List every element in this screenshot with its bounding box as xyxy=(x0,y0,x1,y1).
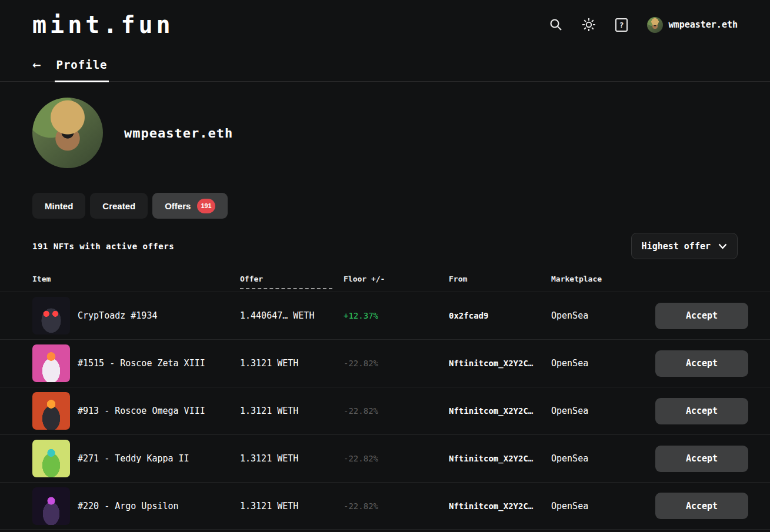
table-header: Item Offer Floor +/- From Marketplace xyxy=(0,259,770,292)
tab-offers[interactable]: Offers 191 xyxy=(152,193,228,219)
page-nav: ← Profile xyxy=(0,38,770,82)
offers-summary: 191 NFTs with active offers xyxy=(32,242,174,251)
floor-delta: -22.82% xyxy=(344,501,449,511)
item-link[interactable]: #913 - Roscoe Omega VIII xyxy=(32,392,240,430)
tab-offers-label: Offers xyxy=(165,201,191,211)
accept-button[interactable]: Accept xyxy=(655,493,748,519)
account-name: wmpeaster.eth xyxy=(669,19,738,30)
offer-value: 1.3121 WETH xyxy=(240,453,344,464)
col-header-from: From xyxy=(449,275,551,283)
avatar xyxy=(647,17,663,33)
summary-row: 191 NFTs with active offers Highest offe… xyxy=(0,219,770,259)
floor-delta: -22.82% xyxy=(344,454,449,463)
offers-table: CrypToadz #1934 1.440647… WETH +12.37% 0… xyxy=(0,292,770,530)
sort-dropdown[interactable]: Highest offer xyxy=(631,233,738,259)
table-row: #271 - Teddy Kappa II 1.3121 WETH -22.82… xyxy=(0,434,770,482)
offer-from: 0x2fcad9 xyxy=(449,311,551,320)
offer-from: Nftinitcom_X2Y2C… xyxy=(449,454,551,463)
nft-thumbnail xyxy=(32,440,70,477)
tab-created-label: Created xyxy=(102,201,135,211)
mintfun-logo[interactable]: mint.fun xyxy=(32,12,174,38)
offer-value: 1.3121 WETH xyxy=(240,501,344,511)
accept-button[interactable]: Accept xyxy=(655,398,748,424)
floor-delta: -22.82% xyxy=(344,359,449,368)
floor-delta: -22.82% xyxy=(344,406,449,416)
chevron-down-icon xyxy=(718,243,727,249)
marketplace: OpenSea xyxy=(551,453,655,464)
back-button[interactable]: ← xyxy=(32,58,41,81)
offer-from: Nftinitcom_X2Y2C… xyxy=(449,359,551,368)
offer-from: Nftinitcom_X2Y2C… xyxy=(449,501,551,511)
accept-button[interactable]: Accept xyxy=(655,303,748,329)
item-name: #913 - Roscoe Omega VIII xyxy=(78,406,205,416)
table-row: #913 - Roscoe Omega VIII 1.3121 WETH -22… xyxy=(0,387,770,434)
item-name: #220 - Argo Upsilon xyxy=(78,501,179,511)
offer-value: 1.440647… WETH xyxy=(240,310,344,321)
table-row: #1515 - Roscoe Zeta XIII 1.3121 WETH -22… xyxy=(0,339,770,387)
offer-from: Nftinitcom_X2Y2C… xyxy=(449,406,551,416)
table-row: #220 - Argo Upsilon 1.3121 WETH -22.82% … xyxy=(0,482,770,530)
profile-section: wmpeaster.eth xyxy=(0,82,770,168)
tab-created[interactable]: Created xyxy=(90,193,148,219)
offers-count-badge: 191 xyxy=(197,199,215,213)
item-name: CrypToadz #1934 xyxy=(78,310,157,321)
item-link[interactable]: #220 - Argo Upsilon xyxy=(32,487,240,525)
account-menu[interactable]: wmpeaster.eth xyxy=(647,17,738,33)
top-bar: mint.fun ? wmpea xyxy=(0,0,770,38)
theme-sun-icon[interactable] xyxy=(581,17,596,32)
page-title: Profile xyxy=(55,58,108,82)
col-header-item: Item xyxy=(32,275,240,283)
col-header-marketplace: Marketplace xyxy=(551,275,655,283)
accept-button[interactable]: Accept xyxy=(655,350,748,377)
help-icon[interactable]: ? xyxy=(614,17,629,32)
help-glyph: ? xyxy=(615,18,628,32)
tab-minted-label: Minted xyxy=(45,201,73,211)
marketplace: OpenSea xyxy=(551,310,655,321)
nft-thumbnail xyxy=(32,297,70,334)
item-link[interactable]: #1515 - Roscoe Zeta XIII xyxy=(32,344,240,382)
accept-button[interactable]: Accept xyxy=(655,446,748,472)
profile-tabs: Minted Created Offers 191 xyxy=(0,168,770,219)
tab-minted[interactable]: Minted xyxy=(32,193,85,219)
marketplace: OpenSea xyxy=(551,501,655,511)
offer-value: 1.3121 WETH xyxy=(240,406,344,416)
item-link[interactable]: CrypToadz #1934 xyxy=(32,297,240,334)
sort-label: Highest offer xyxy=(642,241,711,252)
profile-name: wmpeaster.eth xyxy=(124,126,233,140)
nft-thumbnail xyxy=(32,392,70,430)
profile-avatar xyxy=(32,98,103,168)
search-icon[interactable] xyxy=(548,17,564,32)
marketplace: OpenSea xyxy=(551,406,655,416)
col-header-offer[interactable]: Offer xyxy=(240,275,332,289)
offer-value: 1.3121 WETH xyxy=(240,358,344,369)
item-name: #271 - Teddy Kappa II xyxy=(78,453,189,464)
marketplace: OpenSea xyxy=(551,358,655,369)
item-name: #1515 - Roscoe Zeta XIII xyxy=(78,358,205,369)
nft-thumbnail xyxy=(32,344,70,382)
item-link[interactable]: #271 - Teddy Kappa II xyxy=(32,440,240,477)
col-header-floor: Floor +/- xyxy=(344,275,449,283)
table-row: CrypToadz #1934 1.440647… WETH +12.37% 0… xyxy=(0,292,770,339)
floor-delta: +12.37% xyxy=(344,311,449,320)
nft-thumbnail xyxy=(32,487,70,525)
header-actions: ? wmpeaster.eth xyxy=(548,17,738,33)
